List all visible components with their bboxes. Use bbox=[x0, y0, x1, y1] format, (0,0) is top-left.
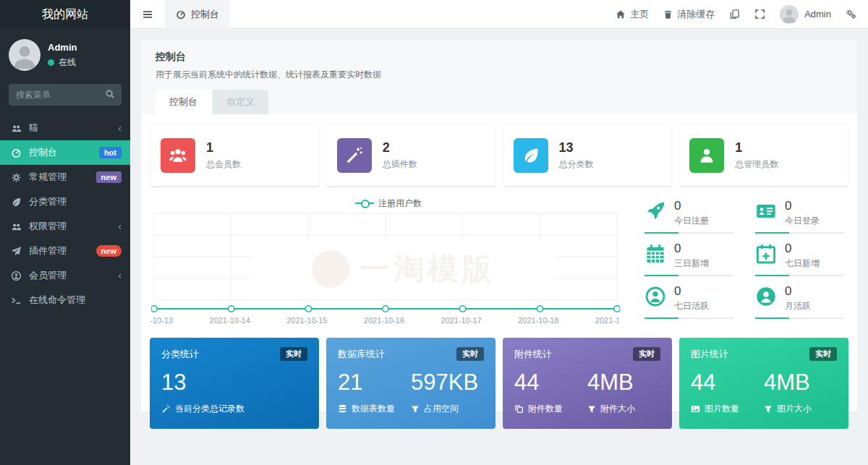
x-axis-tick: 2021-10-13 bbox=[150, 316, 173, 325]
tab-dashboard[interactable]: 控制台 bbox=[156, 90, 211, 114]
avatar[interactable] bbox=[9, 39, 41, 71]
mini-stat-label: 月活跃 bbox=[785, 300, 811, 312]
watermark-logo-icon bbox=[312, 250, 349, 288]
home-link[interactable]: 主页 bbox=[616, 8, 649, 21]
user-filled-icon bbox=[755, 286, 777, 307]
card-title: 附件统计 bbox=[514, 348, 552, 361]
magic-wand-icon bbox=[161, 404, 171, 414]
mini-stat-label: 七日新增 bbox=[785, 257, 820, 270]
page-subtitle: 用于展示当前系统中的统计数据、统计报表及重要实时数据 bbox=[156, 69, 843, 81]
x-axis-tick: 2021-10-14 bbox=[210, 316, 250, 325]
user-circle-icon bbox=[10, 270, 22, 281]
sidebar-item-label: 权限管理 bbox=[29, 220, 67, 233]
card-value: 13 bbox=[161, 370, 307, 396]
mini-stat-month-active: 0 月活跃 bbox=[755, 283, 844, 319]
sidebar-item-auth[interactable]: 权限管理 ‹ bbox=[0, 214, 130, 239]
stat-card-categories: 13 总分类数 bbox=[503, 124, 673, 187]
sidebar-item-label: 插件管理 bbox=[29, 244, 67, 257]
rocket-icon bbox=[644, 200, 666, 222]
mini-stat-underline bbox=[644, 232, 733, 234]
stat-label: 总管理员数 bbox=[735, 158, 778, 171]
user-menu-label: Admin bbox=[804, 9, 831, 20]
user-name: Admin bbox=[48, 42, 77, 53]
clear-cache-link[interactable]: 清除缓存 bbox=[663, 8, 715, 21]
pages-icon[interactable] bbox=[729, 9, 740, 20]
mini-stat-7day-new: 0 七日新增 bbox=[755, 240, 844, 276]
mini-stat-underline bbox=[755, 317, 844, 319]
mini-stat-label: 七日活跃 bbox=[674, 300, 709, 312]
summary-cards-row: 分类统计 实时 13 当前分类总记录数 数据库统计 实时 bbox=[150, 338, 848, 429]
sidebar-item-label: 常规管理 bbox=[29, 171, 67, 184]
mini-stat-value: 0 bbox=[785, 284, 811, 299]
filter-icon bbox=[411, 405, 420, 414]
fullscreen-icon[interactable] bbox=[754, 9, 765, 20]
users-icon bbox=[10, 221, 22, 232]
middle-row: 注册用户数 一淘模版 2021-10-132021-10-142021-10-1… bbox=[150, 193, 848, 328]
image-stats-card: 图片统计 实时 44 图片数量 4MB bbox=[679, 338, 848, 429]
mini-stat-7day-active: 0 七日活跃 bbox=[644, 283, 733, 319]
stat-card-addons: 2 总插件数 bbox=[326, 124, 496, 187]
legend-line-icon bbox=[355, 202, 374, 204]
card-title: 图片统计 bbox=[691, 348, 728, 361]
card-value: 44 bbox=[691, 370, 764, 396]
category-stats-card: 分类统计 实时 13 当前分类总记录数 bbox=[150, 338, 319, 429]
sidebar-item-category[interactable]: 分类管理 bbox=[0, 189, 130, 214]
database-stats-card: 数据库统计 实时 21 数据表数量 597KB bbox=[326, 338, 495, 429]
card-value: 597KB bbox=[411, 370, 484, 396]
sidebar-item-general[interactable]: 常规管理 new bbox=[0, 165, 130, 189]
sidebar-item-addon[interactable]: 插件管理 new bbox=[0, 239, 130, 263]
sidebar-item-label: 猫 bbox=[29, 121, 38, 135]
tab-custom[interactable]: 自定义 bbox=[213, 90, 268, 114]
chevron-left-icon: ‹ bbox=[118, 123, 122, 133]
topbar-tab-dashboard[interactable]: 控制台 bbox=[165, 0, 230, 29]
sidebar-item-command[interactable]: 在线命令管理 bbox=[0, 288, 130, 312]
mini-stat-value: 0 bbox=[674, 284, 709, 299]
sidebar-item-dashboard[interactable]: 控制台 hot bbox=[0, 140, 130, 165]
sidebar-item-user[interactable]: 会员管理 ‹ bbox=[0, 263, 130, 288]
menu-search bbox=[9, 84, 122, 106]
card-metric-label: 图片大小 bbox=[777, 403, 812, 415]
magic-wand-icon bbox=[337, 138, 372, 173]
home-label: 主页 bbox=[630, 8, 649, 21]
x-axis-tick: 2021-10-16 bbox=[364, 316, 404, 325]
stat-value: 1 bbox=[206, 140, 241, 155]
card-value: 44 bbox=[514, 370, 587, 396]
search-icon[interactable] bbox=[105, 89, 115, 99]
mini-stat-today-login: 0 今日登录 bbox=[755, 197, 844, 234]
panel-body: 1 总会员数 2 总插件数 13 总分类数 bbox=[141, 114, 857, 429]
mini-stat-label: 今日登录 bbox=[785, 215, 820, 227]
user-menu[interactable]: Admin bbox=[780, 5, 831, 24]
new-badge: new bbox=[96, 245, 122, 257]
hamburger-icon[interactable] bbox=[130, 9, 165, 20]
online-dot-icon bbox=[48, 59, 54, 66]
paper-plane-icon bbox=[10, 246, 22, 257]
realtime-badge: 实时 bbox=[280, 347, 307, 361]
card-value: 21 bbox=[338, 370, 411, 396]
mini-stat-value: 0 bbox=[674, 199, 709, 213]
sidebar-item-label: 会员管理 bbox=[29, 269, 67, 282]
terminal-icon bbox=[10, 295, 22, 306]
sidebar-item-label: 在线命令管理 bbox=[29, 294, 85, 307]
stat-value: 2 bbox=[383, 140, 417, 155]
topbar-tab-label: 控制台 bbox=[191, 8, 219, 21]
leaf-icon bbox=[10, 197, 22, 208]
card-value: 4MB bbox=[587, 370, 660, 396]
topbar-right: 主页 清除缓存 Admin bbox=[616, 5, 868, 24]
chart-legend[interactable]: 注册用户数 bbox=[150, 196, 627, 210]
users-group-icon bbox=[161, 138, 195, 173]
card-title: 分类统计 bbox=[161, 348, 199, 361]
chart-x-axis-labels: 2021-10-132021-10-142021-10-152021-10-16… bbox=[150, 316, 618, 328]
settings-gears-icon[interactable] bbox=[846, 9, 856, 20]
sidebar-item-label: 控制台 bbox=[29, 146, 57, 159]
mini-stat-value: 0 bbox=[674, 242, 709, 256]
mini-stat-today-register: 0 今日注册 bbox=[644, 197, 733, 234]
avatar bbox=[780, 5, 799, 24]
panel-header: 控制台 用于展示当前系统中的统计数据、统计报表及重要实时数据 控制台 自定义 bbox=[141, 40, 857, 114]
image-icon bbox=[691, 404, 700, 414]
user-icon bbox=[689, 138, 724, 173]
clear-cache-label: 清除缓存 bbox=[677, 8, 715, 21]
trash-icon bbox=[663, 9, 673, 20]
sidebar-item-cat[interactable]: 猫 ‹ bbox=[0, 116, 130, 140]
panel-tabs: 控制台 自定义 bbox=[156, 90, 843, 114]
main-panel: 控制台 用于展示当前系统中的统计数据、统计报表及重要实时数据 控制台 自定义 1… bbox=[141, 40, 857, 411]
